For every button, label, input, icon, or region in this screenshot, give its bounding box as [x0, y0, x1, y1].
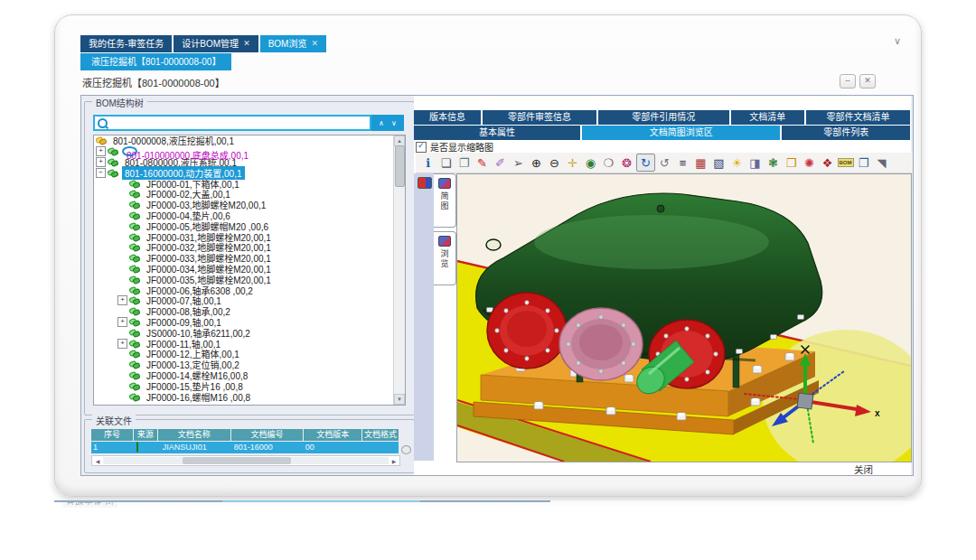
detail-tabs-row1: 版本信息零部件审签信息零部件引用情况文档清单零部件文档清单: [414, 110, 910, 125]
3d-viewport[interactable]: x: [456, 173, 912, 462]
file-column-header[interactable]: 文档编号: [231, 429, 304, 441]
tree-item[interactable]: JF0000-03,地脚螺栓M20,00,1: [94, 200, 394, 210]
more-tools-icon[interactable]: ◥: [873, 154, 890, 171]
zoom-window-icon[interactable]: ◉: [582, 154, 599, 171]
tree-item[interactable]: JF0000-12,上箱体,00,1: [94, 349, 394, 359]
tree-item[interactable]: 801-010000000,底盘总成,00,1: [94, 146, 394, 157]
file-version: 00: [304, 442, 361, 453]
minimize-button[interactable]: –: [840, 74, 856, 89]
file-column-header[interactable]: 序号: [91, 429, 133, 441]
select-cursor-icon[interactable]: ➢: [510, 154, 527, 171]
document-tab[interactable]: 液压挖掘机【801-0000008-00】: [80, 53, 231, 70]
part-link-icon: [129, 307, 141, 315]
expand-icon[interactable]: [117, 317, 127, 327]
fit-window-icon[interactable]: ✛: [564, 154, 581, 171]
rotate-3d-icon[interactable]: ↻: [636, 154, 655, 172]
light-icon[interactable]: ☀: [728, 154, 746, 171]
tree-item[interactable]: JF0000-06,轴承6308 ,00,2: [94, 285, 394, 295]
search-prev-icon[interactable]: ∧: [379, 119, 384, 127]
expand-icon[interactable]: [96, 146, 106, 156]
zoom-in-icon[interactable]: ⊕: [528, 154, 545, 171]
files-hscrollbar[interactable]: ◀ ▶: [91, 455, 400, 466]
bom-icon[interactable]: BOM: [837, 154, 854, 171]
annotate-pen-icon[interactable]: ✎: [474, 154, 491, 171]
print-icon[interactable]: ❐: [455, 154, 473, 171]
viewer-side-tab[interactable]: 简图: [434, 173, 456, 228]
zoom-out-icon[interactable]: ⊖: [546, 154, 563, 171]
search-next-icon[interactable]: ∨: [391, 119, 397, 127]
scroll-thumb[interactable]: [395, 145, 405, 187]
close-button[interactable]: ✕: [859, 74, 876, 89]
main-tab[interactable]: 我的任务-审签任务: [80, 35, 172, 52]
tab-label: 设计BOM管理: [182, 35, 239, 52]
tree-search-input[interactable]: [93, 115, 371, 131]
color-palette-icon[interactable]: [418, 177, 432, 189]
markup-icon[interactable]: ❒: [783, 154, 800, 171]
tree-item[interactable]: 801-0000008,液压挖掘机,00,1: [94, 135, 394, 146]
thumbnail-checkbox[interactable]: [416, 142, 427, 153]
tab-close-icon[interactable]: [243, 35, 250, 52]
tree-item[interactable]: JF0000-01,下箱体,00,1: [94, 178, 394, 189]
snapshot-icon[interactable]: ▧: [710, 154, 727, 171]
render-mode-icon[interactable]: ❃: [765, 154, 782, 171]
tree-item[interactable]: JF0000-07,轴,00,1: [94, 295, 394, 306]
zoom-dynamic-icon[interactable]: ❍: [600, 154, 617, 171]
detail-tab[interactable]: 版本信息: [414, 110, 481, 125]
file-column-header[interactable]: 来源: [134, 429, 157, 441]
detail-tab[interactable]: 基本属性: [414, 126, 580, 140]
detail-tab[interactable]: 文档清单: [731, 110, 805, 125]
file-column-header[interactable]: 文档名称: [158, 429, 230, 441]
rotate-center-icon[interactable]: ❂: [618, 154, 635, 171]
tree-item[interactable]: JF0000-11,轴,00,1: [94, 338, 394, 349]
detail-tab[interactable]: 零部件引用情况: [598, 110, 729, 125]
files-expand-button[interactable]: [401, 445, 411, 454]
expand-icon[interactable]: [117, 295, 127, 305]
tab-close-icon[interactable]: [311, 35, 318, 52]
scroll-down-icon[interactable]: ▼: [394, 394, 405, 405]
hscroll-left-icon[interactable]: ◀: [92, 458, 103, 464]
close-link[interactable]: 关闭: [854, 462, 873, 476]
part-link-icon: [129, 233, 141, 241]
file-column-header[interactable]: 文档版本: [304, 429, 361, 441]
file-seq: 1: [91, 442, 134, 453]
expand-icon[interactable]: [96, 168, 106, 178]
detail-tab[interactable]: 文档简图浏览区: [582, 126, 780, 140]
main-panel: BOM结构树 ∧ ∨: [80, 95, 914, 476]
measure-grid-icon[interactable]: ▦: [692, 154, 709, 171]
part-link-icon: [129, 222, 141, 230]
part-link-icon: [129, 393, 141, 401]
main-tab[interactable]: BOM浏览: [260, 35, 326, 52]
expand-icon[interactable]: [117, 339, 127, 349]
tree-item[interactable]: 801-16000000,动力装置,00,1: [94, 167, 394, 178]
screen-icon[interactable]: ❐: [855, 154, 872, 171]
main-tab[interactable]: 设计BOM管理: [174, 35, 258, 52]
file-number: 801-16000: [232, 442, 303, 453]
viewer-side-tab[interactable]: 浏览: [434, 231, 456, 285]
detail-tab[interactable]: 零部件列表: [782, 126, 910, 140]
explode-icon[interactable]: ✺: [801, 154, 818, 171]
doc-preview-icon[interactable]: ❏: [437, 154, 455, 171]
part-link-icon: [129, 296, 141, 304]
file-row[interactable]: 1 JIANSUJI01 801-16000 00: [91, 442, 399, 453]
info-icon[interactable]: ℹ: [419, 154, 436, 171]
collapse-chevron-icon[interactable]: ∨: [894, 35, 901, 47]
expand-icon[interactable]: [96, 157, 106, 167]
search-nav-buttons[interactable]: ∧ ∨: [371, 115, 404, 131]
bom-tree-title: BOM结构树: [92, 96, 147, 109]
brush-icon[interactable]: ✐: [492, 154, 509, 171]
export-doc-icon[interactable]: ◨: [746, 154, 764, 171]
part-link-icon: [108, 169, 119, 177]
layers-icon[interactable]: ≡: [674, 154, 691, 171]
section-icon[interactable]: ❖: [819, 154, 836, 171]
tree-item[interactable]: JF0000-16,螺帽M16 ,00,8: [94, 391, 394, 402]
file-column-header[interactable]: 文档格式: [362, 429, 399, 441]
viewer-side-tabs: 简图 浏览: [434, 173, 456, 289]
hscroll-right-icon[interactable]: ▶: [389, 458, 399, 464]
orbit-icon[interactable]: ↺: [656, 154, 673, 171]
tree-scrollbar[interactable]: ▲ ▼: [393, 135, 405, 405]
tree-item[interactable]: JF0000-08,轴承,00,2: [94, 306, 394, 317]
detail-tab[interactable]: 零部件文档清单: [806, 110, 910, 125]
tree-item[interactable]: JS0000-10,轴承6211,00,2: [94, 327, 394, 338]
hscroll-thumb[interactable]: [183, 457, 291, 464]
detail-tab[interactable]: 零部件审签信息: [483, 110, 596, 125]
